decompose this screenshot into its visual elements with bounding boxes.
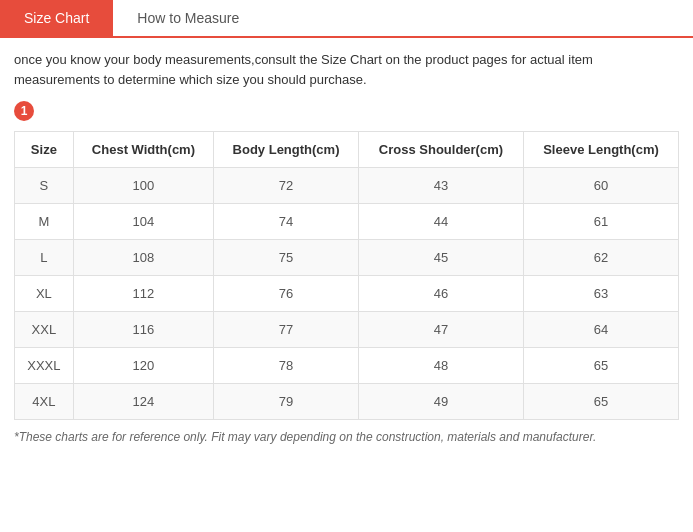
col-header-cross-shoulder: Cross Shoulder(cm) xyxy=(358,132,523,168)
size-value: 112 xyxy=(73,276,213,312)
table-row: M104744461 xyxy=(15,204,679,240)
size-value: 62 xyxy=(524,240,679,276)
size-value: 44 xyxy=(358,204,523,240)
size-label: XL xyxy=(15,276,74,312)
size-label: XXL xyxy=(15,312,74,348)
size-value: 75 xyxy=(214,240,359,276)
table-body: S100724360M104744461L108754562XL11276466… xyxy=(15,168,679,420)
size-value: 77 xyxy=(214,312,359,348)
description-text: once you know your body measurements,con… xyxy=(0,38,693,95)
tab-size-chart[interactable]: Size Chart xyxy=(0,0,113,36)
size-value: 124 xyxy=(73,384,213,420)
size-value: 76 xyxy=(214,276,359,312)
size-value: 48 xyxy=(358,348,523,384)
step-badge: 1 xyxy=(14,101,34,121)
size-chart-table: Size Chest Width(cm) Body Length(cm) Cro… xyxy=(14,131,679,420)
tab-how-to-measure[interactable]: How to Measure xyxy=(113,0,263,36)
size-label: S xyxy=(15,168,74,204)
size-value: 120 xyxy=(73,348,213,384)
table-row: XL112764663 xyxy=(15,276,679,312)
table-row: XXL116774764 xyxy=(15,312,679,348)
col-header-sleeve-length: Sleeve Length(cm) xyxy=(524,132,679,168)
size-value: 79 xyxy=(214,384,359,420)
size-value: 65 xyxy=(524,384,679,420)
table-row: XXXL120784865 xyxy=(15,348,679,384)
tabs-container: Size Chart How to Measure once you know … xyxy=(0,0,693,454)
size-value: 100 xyxy=(73,168,213,204)
size-value: 108 xyxy=(73,240,213,276)
tab-bar: Size Chart How to Measure xyxy=(0,0,693,38)
size-value: 49 xyxy=(358,384,523,420)
size-value: 78 xyxy=(214,348,359,384)
col-header-size: Size xyxy=(15,132,74,168)
size-value: 47 xyxy=(358,312,523,348)
col-header-chest: Chest Width(cm) xyxy=(73,132,213,168)
size-value: 64 xyxy=(524,312,679,348)
size-label: M xyxy=(15,204,74,240)
table-row: 4XL124794965 xyxy=(15,384,679,420)
col-header-body-length: Body Length(cm) xyxy=(214,132,359,168)
size-value: 65 xyxy=(524,348,679,384)
table-header-row: Size Chest Width(cm) Body Length(cm) Cro… xyxy=(15,132,679,168)
size-label: XXXL xyxy=(15,348,74,384)
table-row: S100724360 xyxy=(15,168,679,204)
size-value: 74 xyxy=(214,204,359,240)
size-value: 116 xyxy=(73,312,213,348)
size-value: 104 xyxy=(73,204,213,240)
size-value: 45 xyxy=(358,240,523,276)
size-value: 43 xyxy=(358,168,523,204)
size-value: 61 xyxy=(524,204,679,240)
size-value: 46 xyxy=(358,276,523,312)
footnote: *These charts are for reference only. Fi… xyxy=(0,420,693,454)
size-value: 63 xyxy=(524,276,679,312)
size-value: 60 xyxy=(524,168,679,204)
table-row: L108754562 xyxy=(15,240,679,276)
size-label: 4XL xyxy=(15,384,74,420)
size-label: L xyxy=(15,240,74,276)
size-value: 72 xyxy=(214,168,359,204)
